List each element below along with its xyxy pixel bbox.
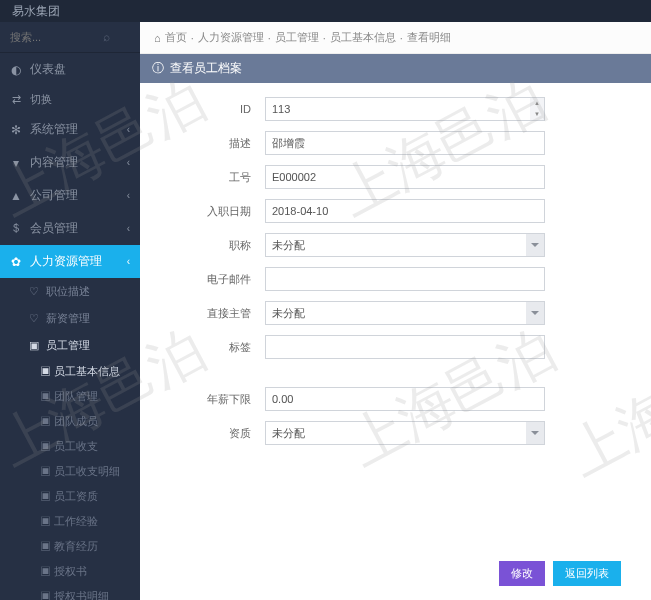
sidebar-item-label: 公司管理 — [30, 187, 78, 204]
input-salarymin[interactable]: 0.00 — [265, 387, 545, 411]
breadcrumb-item[interactable]: 人力资源管理 — [198, 30, 264, 45]
chevron-down-icon — [531, 431, 539, 435]
sidebar-leaf-auth-detail[interactable]: ▣ 授权书明细 — [0, 584, 140, 600]
label-tags: 标签 — [160, 340, 265, 355]
breadcrumb-item[interactable]: 首页 — [165, 30, 187, 45]
spinner-down-icon[interactable]: ▼ — [530, 109, 544, 120]
sidebar-item-label: 切换 — [30, 92, 52, 107]
sidebar-leaf-members[interactable]: ▣ 团队成员 — [0, 409, 140, 434]
sidebar-leaf-workexp[interactable]: ▣ 工作经验 — [0, 509, 140, 534]
dashboard-icon: ◐ — [10, 63, 22, 77]
gear-icon: ✻ — [10, 123, 22, 137]
edit-button[interactable]: 修改 — [499, 561, 545, 586]
label-title: 职称 — [160, 238, 265, 253]
sidebar-search[interactable]: ⌕ — [0, 22, 140, 52]
chevron-down-icon — [531, 311, 539, 315]
label-empno: 工号 — [160, 170, 265, 185]
info-icon: ⓘ — [152, 60, 164, 77]
sidebar-sub-employee[interactable]: ▣ 员工管理 — [0, 332, 140, 359]
search-icon: ⌕ — [100, 30, 112, 44]
search-input[interactable] — [10, 31, 100, 43]
sidebar-leaf-income[interactable]: ▣ 员工收支 — [0, 434, 140, 459]
back-button[interactable]: 返回列表 — [553, 561, 621, 586]
input-hiredate[interactable]: 2018-04-10 — [265, 199, 545, 223]
sidebar: ⌕ ◐ 仪表盘 ⇄ 切换 ✻ 系统管理 ‹ ▾ 内容管理 ‹ ▲ 公司管理 ‹ … — [0, 22, 140, 600]
chevron-left-icon: ‹ — [127, 124, 130, 135]
input-tags[interactable] — [265, 335, 545, 359]
breadcrumb-item: 查看明细 — [407, 30, 451, 45]
sidebar-item-dashboard[interactable]: ◐ 仪表盘 — [0, 52, 140, 86]
sidebar-item-label: 会员管理 — [30, 220, 78, 237]
sidebar-item-switch[interactable]: ⇄ 切换 — [0, 86, 140, 113]
switch-icon: ⇄ — [10, 93, 22, 106]
select-title[interactable]: 未分配 — [265, 233, 545, 257]
sidebar-leaf-qual[interactable]: ▣ 员工资质 — [0, 484, 140, 509]
sidebar-leaf-auth[interactable]: ▣ 授权书 — [0, 559, 140, 584]
top-header: 易水集团 — [0, 0, 651, 22]
chevron-left-icon: ‹ — [127, 190, 130, 201]
select-qual[interactable]: 未分配 — [265, 421, 545, 445]
hr-icon: ✿ — [10, 255, 22, 269]
sidebar-sub-salary[interactable]: ♡ 薪资管理 — [0, 305, 140, 332]
spinner-up-icon[interactable]: ▲ — [530, 98, 544, 109]
sidebar-sub-position[interactable]: ♡ 职位描述 — [0, 278, 140, 305]
panel-header: ⓘ 查看员工档案 — [140, 54, 651, 83]
heart-icon: ♡ — [28, 285, 40, 298]
employee-form: ID 113 ▲▼ 描述 邵增霞 工号 E000002 入职日期 2018-04… — [140, 83, 651, 551]
breadcrumb-item[interactable]: 员工管理 — [275, 30, 319, 45]
label-id: ID — [160, 103, 265, 115]
sidebar-item-label: 系统管理 — [30, 121, 78, 138]
breadcrumb: ⌂ 首页 · 人力资源管理 · 员工管理 · 员工基本信息 · 查看明细 — [140, 22, 651, 54]
select-manager[interactable]: 未分配 — [265, 301, 545, 325]
chevron-left-icon: ‹ — [127, 256, 130, 267]
sidebar-item-hr[interactable]: ✿ 人力资源管理 ‹ — [0, 245, 140, 278]
button-bar: 修改 返回列表 — [140, 551, 651, 600]
input-email[interactable] — [265, 267, 545, 291]
label-manager: 直接主管 — [160, 306, 265, 321]
input-id[interactable]: 113 ▲▼ — [265, 97, 545, 121]
download-icon: ▾ — [10, 156, 22, 170]
label-hiredate: 入职日期 — [160, 204, 265, 219]
sidebar-item-label: 薪资管理 — [46, 311, 90, 326]
sidebar-leaf-edu[interactable]: ▣ 教育经历 — [0, 534, 140, 559]
sidebar-item-company[interactable]: ▲ 公司管理 ‹ — [0, 179, 140, 212]
label-qual: 资质 — [160, 426, 265, 441]
main-area: ⌂ 首页 · 人力资源管理 · 员工管理 · 员工基本信息 · 查看明细 ⓘ 查… — [140, 22, 651, 600]
user-icon: ▣ — [28, 339, 40, 352]
sidebar-item-label: 人力资源管理 — [30, 253, 102, 270]
sidebar-item-label: 内容管理 — [30, 154, 78, 171]
label-salarymin: 年薪下限 — [160, 392, 265, 407]
sidebar-item-member[interactable]: ＄ 会员管理 ‹ — [0, 212, 140, 245]
sidebar-item-label: 仪表盘 — [30, 61, 66, 78]
sidebar-leaf-income-detail[interactable]: ▣ 员工收支明细 — [0, 459, 140, 484]
breadcrumb-item[interactable]: 员工基本信息 — [330, 30, 396, 45]
company-icon: ▲ — [10, 189, 22, 203]
label-desc: 描述 — [160, 136, 265, 151]
member-icon: ＄ — [10, 220, 22, 237]
sidebar-item-label: 职位描述 — [46, 284, 90, 299]
panel-title: 查看员工档案 — [170, 60, 242, 77]
chevron-left-icon: ‹ — [127, 223, 130, 234]
label-email: 电子邮件 — [160, 272, 265, 287]
chevron-left-icon: ‹ — [127, 157, 130, 168]
heart-icon: ♡ — [28, 312, 40, 325]
home-icon: ⌂ — [154, 32, 161, 44]
input-empno[interactable]: E000002 — [265, 165, 545, 189]
sidebar-leaf-basic[interactable]: ▣ 员工基本信息 — [0, 359, 140, 384]
sidebar-item-label: 员工管理 — [46, 338, 90, 353]
sidebar-item-system[interactable]: ✻ 系统管理 ‹ — [0, 113, 140, 146]
brand-title: 易水集团 — [12, 4, 60, 18]
sidebar-item-content[interactable]: ▾ 内容管理 ‹ — [0, 146, 140, 179]
sidebar-leaf-team[interactable]: ▣ 团队管理 — [0, 384, 140, 409]
chevron-down-icon — [531, 243, 539, 247]
input-desc[interactable]: 邵增霞 — [265, 131, 545, 155]
